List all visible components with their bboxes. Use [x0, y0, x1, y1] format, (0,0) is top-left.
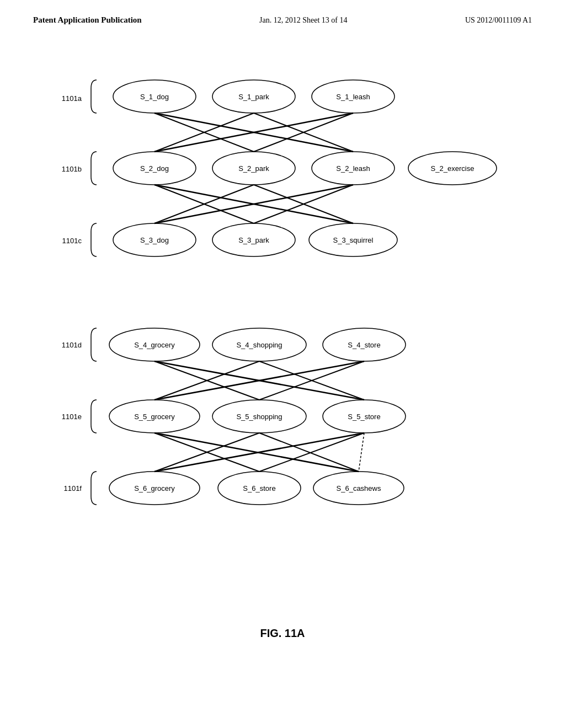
label-s6-store: S_6_store — [243, 484, 275, 493]
label-s5-shopping: S_5_shopping — [236, 413, 282, 421]
bracket-1101e — [91, 400, 97, 433]
bracket-1101a — [91, 80, 97, 113]
label-1101a: 1101a — [62, 94, 82, 103]
label-s2-leash: S_2_leash — [336, 164, 370, 173]
diagram-area: S_1_dog S_1_park S_1_leash 1101a S_2_dog… — [0, 30, 565, 670]
label-s4-shopping: S_4_shopping — [236, 341, 282, 349]
label-s5-store: S_5_store — [348, 413, 380, 421]
figure-caption: FIG. 11A — [260, 627, 305, 639]
page-header: Patent Application Publication Jan. 12, … — [0, 0, 565, 30]
label-1101b: 1101b — [62, 165, 82, 173]
line-r5-r6-5 — [359, 433, 364, 472]
label-s2-dog: S_2_dog — [140, 164, 169, 173]
label-s1-park: S_1_park — [238, 93, 269, 101]
header-right: US 2012/0011109 A1 — [465, 16, 532, 25]
label-s4-grocery: S_4_grocery — [134, 341, 175, 349]
label-1101f: 1101f — [63, 484, 82, 493]
label-s4-store: S_4_store — [348, 341, 380, 349]
bracket-1101c — [91, 223, 97, 256]
diagram-svg: S_1_dog S_1_park S_1_leash 1101a S_2_dog… — [0, 30, 565, 670]
label-s2-park: S_2_park — [238, 164, 269, 173]
bracket-1101f — [91, 472, 97, 505]
label-s3-dog: S_3_dog — [140, 236, 169, 244]
header-center: Jan. 12, 2012 Sheet 13 of 14 — [259, 16, 347, 25]
header-left: Patent Application Publication — [33, 15, 142, 25]
label-1101e: 1101e — [62, 413, 82, 421]
label-s2-exercise: S_2_exercise — [431, 164, 475, 173]
bracket-1101b — [91, 152, 97, 185]
label-s3-park: S_3_park — [238, 236, 269, 244]
label-s1-dog: S_1_dog — [140, 93, 169, 101]
label-s6-cashews: S_6_cashews — [337, 484, 381, 493]
label-s1-leash: S_1_leash — [336, 93, 370, 101]
label-s6-grocery: S_6_grocery — [134, 484, 175, 493]
label-1101c: 1101c — [62, 237, 82, 245]
label-1101d: 1101d — [62, 341, 82, 349]
bracket-1101d — [91, 328, 97, 361]
label-s3-squirrel: S_3_squirrel — [333, 236, 374, 244]
label-s5-grocery: S_5_grocery — [134, 413, 175, 421]
